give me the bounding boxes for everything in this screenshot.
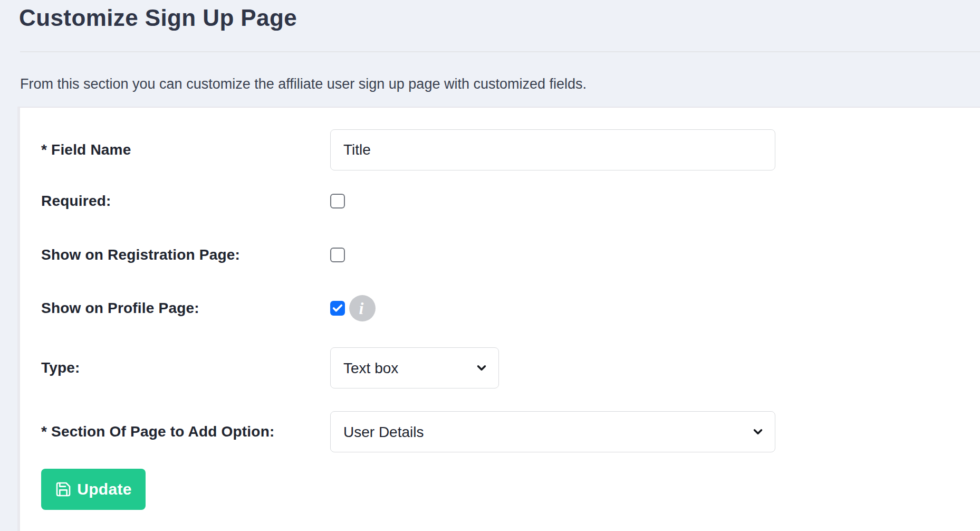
show-on-profile-checkbox[interactable] xyxy=(330,301,345,316)
required-checkbox[interactable] xyxy=(330,194,345,208)
show-on-profile-row: Show on Profile Page: i xyxy=(41,295,964,321)
field-name-row: * Field Name xyxy=(41,129,964,170)
page-description: From this section you can customize the … xyxy=(20,75,980,93)
section-row: * Section Of Page to Add Option: User De… xyxy=(41,411,964,452)
info-icon[interactable]: i xyxy=(349,295,376,321)
update-button[interactable]: Update xyxy=(41,469,146,510)
page-header: Customize Sign Up Page xyxy=(0,0,980,32)
field-name-input[interactable] xyxy=(330,129,775,170)
floppy-disk-icon xyxy=(55,481,72,498)
show-on-registration-label: Show on Registration Page: xyxy=(41,246,330,263)
section-select-wrap: User Details xyxy=(330,411,775,452)
show-on-registration-row: Show on Registration Page: xyxy=(41,246,964,263)
show-on-profile-checkbox-wrap xyxy=(330,301,345,316)
type-row: Type: Text box xyxy=(41,347,964,388)
required-row: Required: xyxy=(41,193,964,210)
required-checkbox-wrap xyxy=(330,194,345,208)
section-label: * Section Of Page to Add Option: xyxy=(41,423,330,440)
header-divider xyxy=(20,51,980,52)
required-label: Required: xyxy=(41,193,330,210)
section-select[interactable]: User Details xyxy=(330,411,775,452)
show-on-registration-checkbox[interactable] xyxy=(330,248,345,262)
field-name-label: * Field Name xyxy=(41,141,330,158)
form-card: * Field Name Required: Show on Registrat… xyxy=(17,107,980,531)
info-icon-glyph: i xyxy=(359,300,364,317)
type-select[interactable]: Text box xyxy=(330,347,499,388)
update-button-label: Update xyxy=(77,480,131,498)
type-select-wrap: Text box xyxy=(330,347,499,388)
type-label: Type: xyxy=(41,359,330,376)
page-title: Customize Sign Up Page xyxy=(19,4,980,32)
show-on-registration-checkbox-wrap xyxy=(330,248,345,262)
show-on-profile-label: Show on Profile Page: xyxy=(41,300,330,317)
